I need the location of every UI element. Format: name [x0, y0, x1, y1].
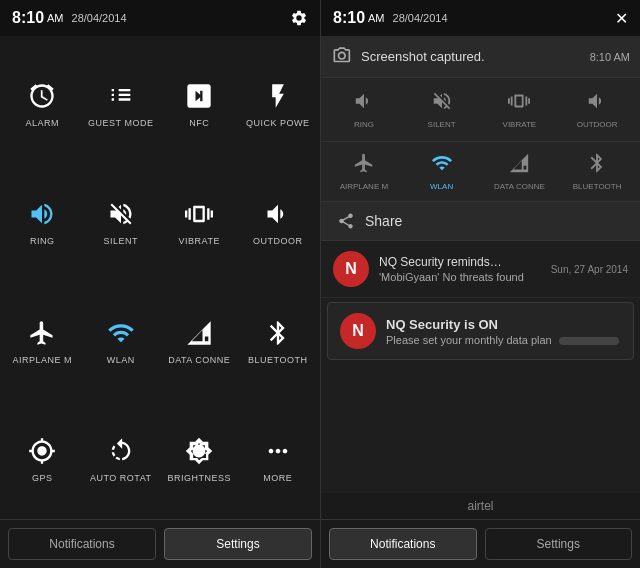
right-bluetooth-label: BLUETOOTH — [573, 182, 622, 191]
right-settings-button[interactable]: Settings — [485, 528, 633, 560]
notification-nq2[interactable]: N NQ Security is ON Please set your mont… — [327, 302, 634, 360]
ring-label: RING — [30, 236, 55, 246]
notification-nq1[interactable]: N NQ Security reminds… 'MobiGyaan' No th… — [321, 241, 640, 298]
right-wlan-icon — [431, 152, 453, 179]
left-date: 28/04/2014 — [72, 12, 127, 24]
guest-mode-icon — [103, 78, 139, 114]
toggle-airplane[interactable]: AIRPLANE M — [4, 281, 81, 397]
right-data-conn-icon — [508, 152, 530, 179]
airplane-icon — [24, 315, 60, 351]
right-outdoor-icon — [586, 90, 608, 117]
share-label: Share — [365, 213, 402, 229]
more-label: MORE — [263, 473, 292, 483]
quick-power-icon — [260, 78, 296, 114]
nq2-title: NQ Security is ON — [386, 317, 621, 332]
auto-rotate-icon — [103, 433, 139, 469]
right-notifications-button[interactable]: Notifications — [329, 528, 477, 560]
airplane-label: AIRPLANE M — [12, 355, 72, 365]
outdoor-label: OUTDOOR — [253, 236, 303, 246]
notifications-list: N NQ Security reminds… 'MobiGyaan' No th… — [321, 241, 640, 493]
right-row2-toggles: AIRPLANE M WLAN DATA CONNE BLUETOOTH — [321, 142, 640, 202]
progress-bar — [559, 337, 619, 345]
toggle-brightness[interactable]: BRIGHTNESS — [161, 399, 238, 515]
toggle-nfc[interactable]: NFC — [161, 44, 238, 160]
right-toggle-silent[interactable]: SILENT — [403, 84, 481, 135]
right-toggle-vibrate[interactable]: VIBRATE — [481, 84, 559, 135]
guest-mode-label: GUEST MODE — [88, 118, 153, 128]
left-notifications-button[interactable]: Notifications — [8, 528, 156, 560]
right-wlan-label: WLAN — [430, 182, 453, 191]
gps-icon — [24, 433, 60, 469]
right-bluetooth-icon — [586, 152, 608, 179]
right-outdoor-label: OUTDOOR — [577, 120, 618, 129]
nq1-title: NQ Security reminds… — [379, 255, 541, 269]
toggle-data-conn[interactable]: DATA CONNE — [161, 281, 238, 397]
toggle-wlan[interactable]: WLAN — [83, 281, 160, 397]
right-close-button[interactable]: ✕ — [615, 9, 628, 28]
bluetooth-icon — [260, 315, 296, 351]
right-silent-icon — [431, 90, 453, 117]
nq1-subtitle: 'MobiGyaan' No threats found — [379, 271, 541, 283]
toggle-more[interactable]: MORE — [240, 399, 317, 515]
share-bar[interactable]: Share — [321, 202, 640, 241]
left-settings-icon[interactable] — [290, 9, 308, 27]
toggle-silent[interactable]: SILENT — [83, 162, 160, 278]
toggle-quick-power[interactable]: QUICK POWE — [240, 44, 317, 160]
right-row1-toggles: RING SILENT VIBRATE OUTDOOR — [321, 78, 640, 142]
quick-power-label: QUICK POWE — [246, 118, 310, 128]
data-conn-label: DATA CONNE — [168, 355, 230, 365]
share-icon — [337, 212, 355, 230]
nq1-body: NQ Security reminds… 'MobiGyaan' No thre… — [379, 255, 541, 283]
brightness-label: BRIGHTNESS — [167, 473, 231, 483]
brightness-icon — [181, 433, 217, 469]
vibrate-icon — [181, 196, 217, 232]
nq2-body: NQ Security is ON Please set your monthl… — [386, 317, 621, 346]
toggle-ring[interactable]: RING — [4, 162, 81, 278]
screenshot-icon — [331, 44, 351, 69]
screenshot-time: 8:10 AM — [590, 51, 630, 63]
left-panel: 8:10 AM 28/04/2014 ALARM GUEST MODE — [0, 0, 320, 568]
bluetooth-label: BLUETOOTH — [248, 355, 307, 365]
toggle-gps[interactable]: GPS — [4, 399, 81, 515]
toggle-auto-rotate[interactable]: AUTO ROTAT — [83, 399, 160, 515]
left-bottom-bar: Notifications Settings — [0, 519, 320, 568]
right-date: 28/04/2014 — [393, 12, 448, 24]
right-toggle-wlan[interactable]: WLAN — [403, 146, 481, 197]
nq1-time: Sun, 27 Apr 2014 — [551, 264, 628, 275]
wlan-label: WLAN — [107, 355, 135, 365]
left-status-bar: 8:10 AM 28/04/2014 — [0, 0, 320, 36]
right-vibrate-label: VIBRATE — [503, 120, 537, 129]
right-toggle-ring[interactable]: RING — [325, 84, 403, 135]
left-settings-button[interactable]: Settings — [164, 528, 312, 560]
screenshot-text: Screenshot captured. — [361, 49, 580, 64]
nq1-avatar: N — [333, 251, 369, 287]
right-airplane-label: AIRPLANE M — [340, 182, 388, 191]
right-toggle-airplane[interactable]: AIRPLANE M — [325, 146, 403, 197]
right-data-conn-label: DATA CONNE — [494, 182, 545, 191]
right-vibrate-icon — [508, 90, 530, 117]
auto-rotate-label: AUTO ROTAT — [90, 473, 152, 483]
alarm-label: ALARM — [25, 118, 59, 128]
right-status-time-group: 8:10 AM 28/04/2014 — [333, 9, 448, 27]
toggle-guest-mode[interactable]: GUEST MODE — [83, 44, 160, 160]
wlan-icon — [103, 315, 139, 351]
vibrate-label: VIBRATE — [179, 236, 220, 246]
right-panel: 8:10 AM 28/04/2014 ✕ Screenshot captured… — [320, 0, 640, 568]
left-status-time-group: 8:10 AM 28/04/2014 — [12, 9, 127, 27]
toggle-alarm[interactable]: ALARM — [4, 44, 81, 160]
carrier-text: airtel — [321, 493, 640, 519]
gps-label: GPS — [32, 473, 53, 483]
toggle-vibrate[interactable]: VIBRATE — [161, 162, 238, 278]
nfc-icon — [181, 78, 217, 114]
right-toggle-data-conn[interactable]: DATA CONNE — [481, 146, 559, 197]
alarm-icon — [24, 78, 60, 114]
right-toggle-outdoor[interactable]: OUTDOOR — [558, 84, 636, 135]
toggle-bluetooth[interactable]: BLUETOOTH — [240, 281, 317, 397]
right-toggle-bluetooth[interactable]: BLUETOOTH — [558, 146, 636, 197]
gear-icon — [290, 9, 308, 27]
toggle-outdoor[interactable]: OUTDOOR — [240, 162, 317, 278]
outdoor-icon — [260, 196, 296, 232]
left-time: 8:10 — [12, 9, 44, 27]
right-status-bar: 8:10 AM 28/04/2014 ✕ — [321, 0, 640, 36]
ring-icon — [24, 196, 60, 232]
